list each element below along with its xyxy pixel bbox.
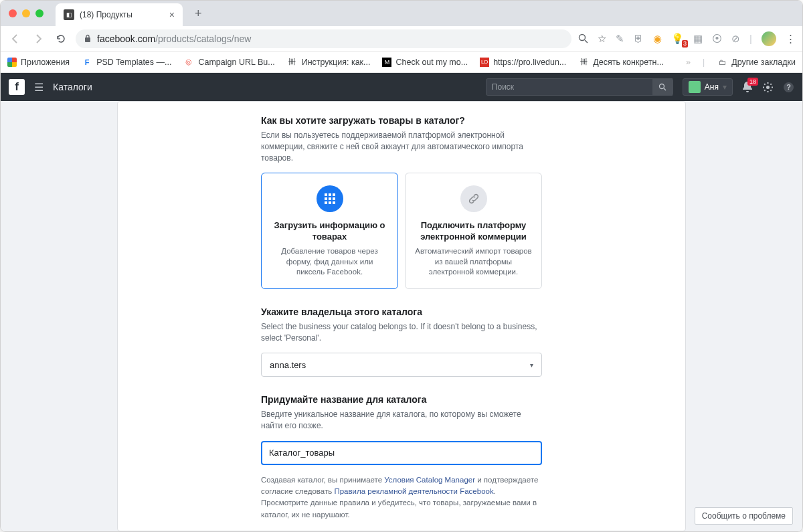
window-minimize-button[interactable] <box>22 9 30 17</box>
catalog-name-input[interactable] <box>261 441 542 465</box>
bookmark-label: Инструкция: как... <box>302 58 371 67</box>
bookmark-psd[interactable]: FPSD Templates —... <box>82 57 171 68</box>
bookmark-label: Другие закладки <box>731 58 796 67</box>
catalog-name-sub: Введите уникальное название для каталога… <box>261 409 542 432</box>
bookmark-label: Check out my mo... <box>395 58 468 67</box>
folder-icon: 🗀 <box>717 57 727 68</box>
option-connect-desc: Автоматический импорт товаров из вашей п… <box>415 246 532 278</box>
nav-reload-button[interactable] <box>53 31 69 47</box>
bookmark-livedun[interactable]: LDhttps://pro.livedun... <box>480 58 566 67</box>
facebook-logo-icon[interactable]: f <box>9 79 25 95</box>
bookmark-favicon-icon: F <box>82 57 92 68</box>
option-upload-info[interactable]: Загрузить информацию о товарах Добавлени… <box>261 173 398 288</box>
bookmark-label: Приложения <box>21 58 70 67</box>
profile-avatar-icon[interactable] <box>762 31 776 46</box>
upload-method-sub: Если вы пользуетесь поддерживаемой платф… <box>261 130 542 163</box>
extension-bulb-icon[interactable]: 💡3 <box>671 33 684 45</box>
extension-square-icon[interactable]: ▦ <box>693 33 703 45</box>
bookmark-favicon-icon: 卌 <box>578 57 589 68</box>
legal-link-terms[interactable]: Условия Catalog Manager <box>384 476 475 484</box>
svg-rect-11 <box>325 197 327 200</box>
grid-icon <box>317 185 343 212</box>
svg-rect-13 <box>333 197 335 200</box>
new-tab-button[interactable]: + <box>195 7 202 21</box>
settings-gear-icon[interactable] <box>762 82 774 93</box>
bookmark-overflow-icon[interactable]: » <box>686 58 691 67</box>
bookmark-apps[interactable]: Приложения <box>7 58 70 67</box>
header-search-input[interactable] <box>486 82 652 92</box>
link-icon <box>460 185 487 212</box>
browser-window: ◧ (18) Продукты × + facebook.com/product… <box>0 0 803 532</box>
svg-rect-8 <box>325 193 327 196</box>
notification-count-badge: 18 <box>747 78 758 86</box>
legal-link-ad-policy[interactable]: Правила рекламной деятельности Facebook <box>334 487 493 495</box>
extension-shield-icon[interactable]: ⛨ <box>634 33 644 44</box>
help-icon[interactable]: ? <box>783 82 794 93</box>
extension-circle-icon[interactable]: ◉ <box>653 33 662 45</box>
chevron-down-icon: ▾ <box>530 361 533 369</box>
apps-icon <box>7 58 17 67</box>
owner-sub: Select the business your catalog belongs… <box>261 321 542 344</box>
url-path: /products/catalogs/new <box>155 33 251 44</box>
owner-select[interactable]: anna.ters ▾ <box>261 353 542 377</box>
svg-rect-10 <box>333 193 335 196</box>
url-domain: facebook.com <box>97 33 155 44</box>
svg-rect-14 <box>325 201 327 204</box>
header-title[interactable]: Каталоги <box>53 82 92 92</box>
bookmark-label: Десять конкретн... <box>593 58 664 67</box>
user-name: Аня <box>705 82 719 92</box>
tab-favicon-icon: ◧ <box>64 9 74 20</box>
notifications-button[interactable]: 18 <box>742 81 753 93</box>
tab-close-icon[interactable]: × <box>169 9 175 20</box>
owner-heading: Укажите владельца этого каталога <box>261 306 542 317</box>
svg-rect-16 <box>333 201 335 204</box>
svg-rect-0 <box>85 37 90 42</box>
option-upload-desc: Добавление товаров через форму, фид данн… <box>271 246 388 278</box>
user-avatar-icon <box>689 81 701 93</box>
app-header: f ☰ Каталоги Аня ▾ 18 ? <box>1 73 802 101</box>
owner-select-value: anna.ters <box>270 360 306 370</box>
extension-pen-icon[interactable]: ✎ <box>616 33 624 45</box>
bookmark-favicon-icon: M <box>382 58 391 67</box>
report-problem-button[interactable]: Сообщить о проблеме <box>695 507 793 525</box>
form-content: Как вы хотите загружать товары в каталог… <box>234 115 569 521</box>
search-in-page-icon[interactable] <box>578 33 588 43</box>
svg-rect-9 <box>329 193 331 196</box>
bookmark-campaign[interactable]: ◎Campaign URL Bu... <box>183 57 274 68</box>
user-menu[interactable]: Аня ▾ <box>683 78 733 96</box>
bookmark-checkout[interactable]: MCheck out my mo... <box>382 58 468 67</box>
svg-point-5 <box>766 86 770 89</box>
nav-back-button[interactable] <box>7 31 23 47</box>
upload-method-heading: Как вы хотите загружать товары в каталог… <box>261 115 542 126</box>
bookmarks-bar: Приложения FPSD Templates —... ◎Campaign… <box>1 52 802 73</box>
window-close-button[interactable] <box>9 9 17 17</box>
extension-block-icon[interactable]: ⊘ <box>731 33 740 45</box>
star-bookmark-icon[interactable]: ☆ <box>598 33 606 45</box>
legal-text: Создавая каталог, вы принимаете Условия … <box>261 474 542 521</box>
browser-menu-icon[interactable]: ⋮ <box>786 33 796 45</box>
bookmark-other-folder[interactable]: 🗀Другие закладки <box>717 57 796 68</box>
svg-point-1 <box>579 35 586 41</box>
nav-forward-button[interactable] <box>30 31 46 47</box>
bookmark-label: https://pro.livedun... <box>493 58 566 67</box>
titlebar: ◧ (18) Продукты × + <box>1 1 802 26</box>
hamburger-menu-icon[interactable]: ☰ <box>34 81 43 94</box>
bookmark-instruction[interactable]: 卌Инструкция: как... <box>287 57 371 68</box>
bookmark-favicon-icon: LD <box>480 58 489 67</box>
legal-part: Создавая каталог, вы принимаете <box>261 476 384 484</box>
option-connect-title: Подключить платформу электронной коммерц… <box>415 220 532 243</box>
header-search-button[interactable] <box>652 78 673 96</box>
option-upload-title: Загрузить информацию о товарах <box>271 220 388 243</box>
svg-text:?: ? <box>786 83 791 91</box>
catalog-form-card: Как вы хотите загружать товары в каталог… <box>117 101 686 531</box>
separator: | <box>703 58 705 67</box>
extension-pin-icon[interactable]: ⦿ <box>712 33 722 44</box>
url-field[interactable]: facebook.com/products/catalogs/new <box>76 29 571 48</box>
browser-tab[interactable]: ◧ (18) Продукты × <box>56 3 183 26</box>
window-maximize-button[interactable] <box>35 9 43 17</box>
option-connect-platform[interactable]: Подключить платформу электронной коммерц… <box>405 173 542 288</box>
svg-line-2 <box>585 40 588 43</box>
svg-point-3 <box>659 84 664 89</box>
bookmark-ten[interactable]: 卌Десять конкретн... <box>578 57 664 68</box>
button-label: Сообщить о проблеме <box>702 511 786 521</box>
